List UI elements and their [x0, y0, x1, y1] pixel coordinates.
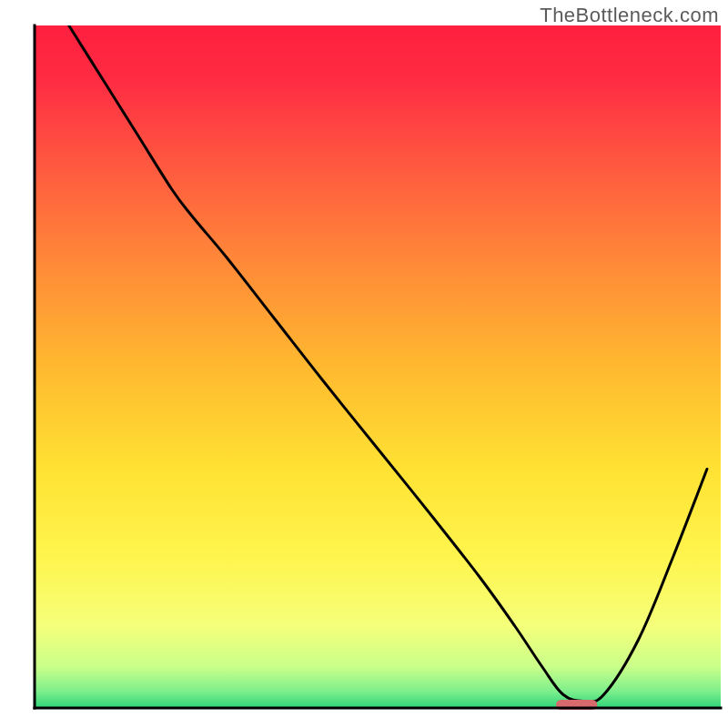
gradient-background [35, 25, 721, 708]
watermark-text: TheBottleneck.com [540, 4, 719, 27]
bottleneck-chart [0, 0, 728, 728]
chart-stage: TheBottleneck.com [0, 0, 728, 728]
